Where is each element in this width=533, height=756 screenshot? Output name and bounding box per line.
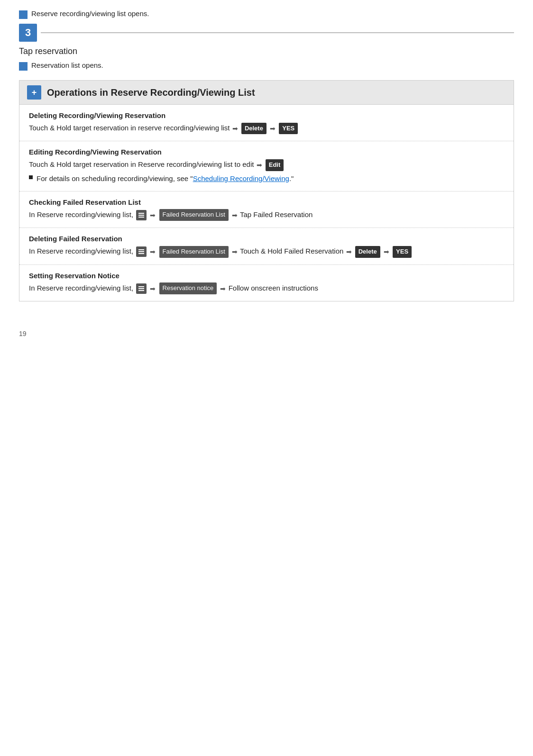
step-intro-text: Reserve recording/viewing list opens. (31, 9, 149, 18)
arrow-3: ➡ (257, 160, 262, 170)
op-heading-setting-notice: Setting Reservation Notice (29, 272, 504, 280)
arrow-8: ➡ (346, 246, 352, 257)
op-section-check-failed: Checking Failed Reservation List In Rese… (19, 191, 514, 228)
bullet-square (29, 175, 33, 179)
tap-reservation-heading: Tap reservation (19, 46, 514, 56)
arrow-5: ➡ (232, 210, 238, 220)
tap-reservation-section: Tap reservation (19, 46, 514, 56)
svg-rect-2 (138, 217, 144, 218)
svg-rect-1 (138, 215, 144, 216)
arrow-6: ➡ (150, 246, 156, 257)
step-intro: Reserve recording/viewing list opens. (19, 9, 514, 19)
step-number-block: 3 (19, 24, 514, 42)
svg-rect-4 (138, 251, 144, 252)
svg-rect-7 (138, 288, 144, 289)
op-heading-edit-recording: Editing Recording/Viewing Reservation (29, 148, 504, 156)
badge-failed-list-1: Failed Reservation List (159, 209, 229, 221)
svg-rect-6 (138, 286, 144, 287)
operations-header: + Operations in Reserve Recording/Viewin… (19, 81, 514, 105)
op-section-edit-recording: Editing Recording/Viewing Reservation To… (19, 141, 514, 191)
badge-reservation-notice: Reservation notice (159, 282, 217, 294)
menu-icon-2 (136, 246, 147, 257)
op-heading-delete-failed: Deleting Failed Reservation (29, 235, 504, 243)
arrow-2: ➡ (270, 123, 276, 134)
step-number: 3 (19, 24, 37, 42)
ops-header-icon: + (27, 85, 41, 100)
badge-yes-2: YES (393, 246, 412, 258)
op-body-check-failed: In Reserve recording/viewing list, ➡ Fai… (29, 209, 504, 221)
text-in-reserve-3: In Reserve recording/viewing list, (29, 284, 133, 292)
op-heading-delete-recording: Deleting Recording/Viewing Reservation (29, 111, 504, 119)
svg-rect-3 (138, 249, 144, 250)
op-body-edit-recording: Touch & Hold target reservation in Reser… (29, 159, 504, 184)
menu-icon-1 (136, 210, 147, 220)
arrow-4: ➡ (150, 210, 156, 220)
badge-yes-1: YES (279, 123, 298, 135)
menu-icon-3 (136, 283, 147, 294)
arrow-1: ➡ (232, 123, 238, 134)
op-body-delete-recording: Touch & Hold target reservation in reser… (29, 122, 504, 134)
text-in-reserve-1: In Reserve recording/viewing list, (29, 210, 133, 219)
text-touch-hold-2: Touch & Hold target reservation in Reser… (29, 160, 254, 168)
arrow-9: ➡ (384, 246, 389, 257)
op-body-setting-notice: In Reserve recording/viewing list, ➡ Res… (29, 282, 504, 294)
reservation-opens: Reservation list opens. (19, 61, 514, 71)
text-touch-hold-failed: Touch & Hold Failed Reservation (240, 247, 343, 255)
op-section-delete-failed: Deleting Failed Reservation In Reserve r… (19, 228, 514, 264)
svg-rect-5 (138, 253, 144, 254)
operations-box: + Operations in Reserve Recording/Viewin… (19, 80, 514, 301)
text-tap-failed: Tap Failed Reservation (240, 210, 312, 219)
bullet-scheduling: For details on scheduling recording/view… (29, 173, 504, 184)
text-follow-onscreen: Follow onscreen instructions (229, 284, 318, 292)
op-section-setting-notice: Setting Reservation Notice In Reserve re… (19, 265, 514, 301)
text-in-reserve-2: In Reserve recording/viewing list, (29, 247, 133, 255)
step-icon (19, 10, 28, 19)
op-heading-check-failed: Checking Failed Reservation List (29, 198, 504, 206)
svg-rect-8 (138, 290, 144, 291)
svg-rect-0 (138, 213, 144, 214)
arrow-7: ➡ (232, 246, 238, 257)
operations-title: Operations in Reserve Recording/Viewing … (47, 87, 255, 98)
text-touch-hold-1: Touch & Hold target reservation in reser… (29, 124, 230, 132)
reservation-opens-text: Reservation list opens. (31, 61, 103, 69)
scheduling-link[interactable]: Scheduling Recording/Viewing (193, 174, 289, 182)
page-number: 19 (19, 330, 514, 337)
arrow-11: ➡ (220, 283, 226, 294)
op-section-delete-recording: Deleting Recording/Viewing Reservation T… (19, 105, 514, 141)
bullet-text: For details on scheduling recording/view… (37, 173, 294, 184)
arrow-10: ➡ (150, 283, 156, 294)
badge-delete-2: Delete (355, 246, 380, 258)
badge-failed-list-2: Failed Reservation List (159, 246, 229, 258)
op-body-delete-failed: In Reserve recording/viewing list, ➡ Fai… (29, 246, 504, 257)
reservation-icon (19, 62, 28, 71)
badge-edit: Edit (266, 159, 284, 171)
step-number-line (41, 32, 514, 33)
badge-delete-1: Delete (241, 123, 266, 135)
